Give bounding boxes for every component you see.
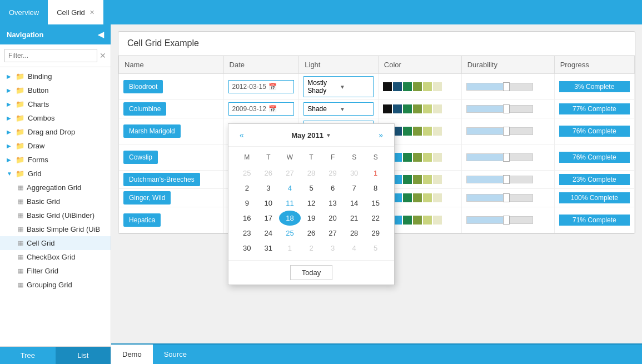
sidebar-sub-item-aggregation-grid[interactable]: ▦ Aggregation Grid: [0, 181, 111, 195]
calendar-day[interactable]: 23: [236, 226, 258, 241]
durability-slider[interactable]: [466, 216, 533, 224]
filter-clear-icon[interactable]: ✕: [99, 51, 106, 60]
tab-overview[interactable]: Overview: [0, 0, 48, 24]
name-button[interactable]: Marsh Marigold: [123, 124, 181, 138]
calendar-day[interactable]: 2: [301, 241, 322, 256]
sidebar-sub-item-basic-grid[interactable]: ▦ Basic Grid: [0, 195, 111, 208]
sidebar-sub-item-grouping-grid[interactable]: ▦ Grouping Grid: [0, 278, 111, 292]
color-swatch[interactable]: [433, 175, 442, 184]
calendar-day[interactable]: 27: [322, 226, 344, 241]
durability-slider[interactable]: [466, 105, 533, 113]
calendar-day[interactable]: 4: [279, 181, 301, 196]
durability-slider[interactable]: [466, 176, 533, 183]
calendar-day[interactable]: 4: [344, 241, 365, 256]
durability-handle[interactable]: [503, 82, 510, 91]
calendar-day[interactable]: 30: [236, 241, 258, 256]
color-swatch[interactable]: [403, 127, 412, 136]
calendar-day[interactable]: 25: [236, 166, 258, 181]
color-swatch[interactable]: [423, 153, 432, 162]
calendar-day[interactable]: 1: [279, 241, 301, 256]
name-button[interactable]: Cowslip: [123, 151, 158, 164]
color-swatch[interactable]: [413, 104, 422, 113]
calendar-day[interactable]: 24: [258, 226, 280, 241]
calendar-today-button[interactable]: Today: [290, 265, 333, 280]
sidebar-sub-item-cell-grid[interactable]: ▦ Cell Grid: [0, 236, 111, 250]
color-swatch[interactable]: [413, 175, 422, 184]
calendar-day[interactable]: 7: [344, 181, 365, 196]
durability-handle[interactable]: [503, 127, 510, 136]
calendar-day[interactable]: 10: [258, 196, 280, 211]
calendar-day[interactable]: 19: [301, 211, 322, 226]
color-swatch[interactable]: [433, 153, 442, 162]
color-swatch[interactable]: [433, 104, 442, 113]
calendar-day[interactable]: 18: [279, 211, 301, 226]
calendar-day[interactable]: 3: [258, 181, 280, 196]
color-swatch[interactable]: [403, 193, 412, 202]
sidebar-item-grid[interactable]: ▼ 📁 Grid: [0, 167, 111, 181]
sidebar-item-forms[interactable]: ▶ 📁 Forms: [0, 153, 111, 167]
calendar-day[interactable]: 5: [301, 181, 322, 196]
sidebar-item-combos[interactable]: ▶ 📁 Combos: [0, 111, 111, 125]
sidebar-item-drag-drop[interactable]: ▶ 📁 Drag and Drop: [0, 125, 111, 139]
calendar-day[interactable]: 5: [365, 241, 386, 256]
filter-input[interactable]: [4, 49, 97, 62]
color-swatch[interactable]: [423, 175, 432, 184]
calendar-day[interactable]: 25: [279, 226, 301, 241]
color-swatch[interactable]: [393, 104, 402, 113]
calendar-day[interactable]: 3: [322, 241, 344, 256]
durability-slider[interactable]: [466, 83, 533, 91]
durability-slider[interactable]: [466, 194, 533, 202]
sidebar-item-binding[interactable]: ▶ 📁 Binding: [0, 69, 111, 83]
calendar-day[interactable]: 28: [344, 226, 365, 241]
color-swatch[interactable]: [423, 82, 432, 91]
color-swatch[interactable]: [403, 153, 412, 162]
name-button[interactable]: Ginger, Wild: [123, 191, 171, 205]
calendar-day[interactable]: 28: [301, 166, 322, 181]
sidebar-sub-item-checkbox-grid[interactable]: ▦ CheckBox Grid: [0, 250, 111, 264]
light-select[interactable]: Shade▼: [303, 102, 374, 116]
calendar-day[interactable]: 30: [344, 166, 365, 181]
durability-handle[interactable]: [503, 104, 510, 113]
color-swatch[interactable]: [413, 216, 422, 225]
sidebar-sub-item-filter-grid[interactable]: ▦ Filter Grid: [0, 264, 111, 278]
durability-handle[interactable]: [503, 216, 510, 225]
color-swatch[interactable]: [433, 82, 442, 91]
color-swatch[interactable]: [403, 104, 412, 113]
calendar-day[interactable]: 14: [344, 196, 365, 211]
calendar-day[interactable]: 1: [365, 166, 386, 181]
calendar-day[interactable]: 22: [365, 211, 386, 226]
durability-slider[interactable]: [466, 127, 533, 135]
calendar-day[interactable]: 6: [322, 181, 344, 196]
bottom-tab-demo[interactable]: Demo: [111, 345, 153, 364]
color-swatch[interactable]: [423, 127, 432, 136]
calendar-day[interactable]: 21: [344, 211, 365, 226]
color-swatch[interactable]: [423, 216, 432, 225]
sidebar-toggle-icon[interactable]: ◀: [98, 30, 104, 39]
name-button[interactable]: Bloodroot: [123, 80, 163, 93]
sidebar-bottom-tab-tree[interactable]: Tree: [0, 347, 56, 364]
sidebar-sub-item-basic-simple-grid[interactable]: ▦ Basic Simple Grid (UiB: [0, 222, 111, 236]
calendar-prev-icon[interactable]: «: [236, 129, 247, 141]
calendar-day[interactable]: 29: [365, 226, 386, 241]
bottom-tab-source[interactable]: Source: [153, 345, 198, 364]
color-swatch[interactable]: [433, 216, 442, 225]
calendar-day[interactable]: 31: [258, 241, 280, 256]
color-swatch[interactable]: [393, 82, 402, 91]
calendar-day[interactable]: 2: [236, 181, 258, 196]
date-field[interactable]: 2012-03-15📅: [228, 80, 295, 93]
color-swatch[interactable]: [403, 82, 412, 91]
calendar-day[interactable]: 12: [301, 196, 322, 211]
color-swatch[interactable]: [413, 193, 422, 202]
sidebar-item-button[interactable]: ▶ 📁 Button: [0, 83, 111, 97]
calendar-day[interactable]: 20: [322, 211, 344, 226]
color-swatch[interactable]: [423, 193, 432, 202]
color-swatch[interactable]: [413, 127, 422, 136]
color-swatch[interactable]: [403, 175, 412, 184]
name-button[interactable]: Columbine: [123, 102, 166, 116]
sidebar-sub-item-basic-grid-uibinder[interactable]: ▦ Basic Grid (UiBinder): [0, 208, 111, 222]
calendar-day[interactable]: 17: [258, 211, 280, 226]
calendar-trigger-icon[interactable]: 📅: [268, 105, 277, 113]
calendar-day[interactable]: 29: [322, 166, 344, 181]
color-swatch[interactable]: [383, 82, 392, 91]
calendar-month-title[interactable]: May 2011 ▼: [291, 131, 331, 139]
